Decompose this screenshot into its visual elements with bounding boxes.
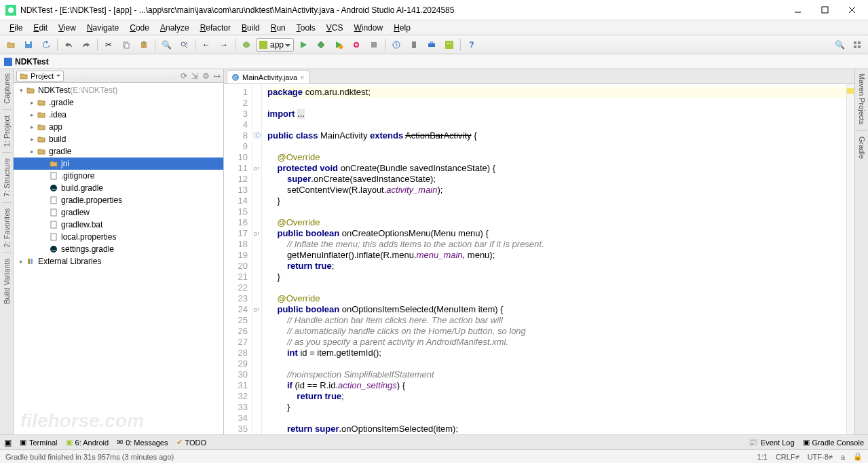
svg-point-22 <box>447 43 449 44</box>
menu-run[interactable]: Run <box>265 22 291 34</box>
help-icon[interactable]: ? <box>464 37 480 52</box>
maximize-button[interactable] <box>811 0 838 20</box>
menu-window[interactable]: Window <box>348 22 388 34</box>
tree-node-app[interactable]: ▸app <box>14 121 223 133</box>
avd-manager-icon[interactable] <box>406 37 422 52</box>
error-stripe[interactable] <box>846 84 854 434</box>
tree-node-local-properties[interactable]: local.properties <box>14 231 223 243</box>
bottom-tool-window-toggle[interactable]: ▣ <box>4 438 12 447</box>
profile-icon[interactable] <box>331 37 347 52</box>
code-editor[interactable]: 1234891011121314151617181920212223242526… <box>224 84 854 434</box>
todo-tool-button[interactable]: ✔ TODO <box>176 438 207 447</box>
menu-refactor[interactable]: Refactor <box>195 22 236 34</box>
right-tab-maven-projects[interactable]: Maven Projects <box>858 69 866 129</box>
left-tab-captures[interactable]: Captures <box>3 69 11 108</box>
left-tab-2-favorites[interactable]: 2: Favorites <box>3 204 11 251</box>
left-tab-build-variants[interactable]: Build Variants <box>3 255 11 308</box>
file-encoding[interactable]: UTF-8≠ <box>808 453 833 461</box>
back-icon[interactable]: ← <box>198 37 214 52</box>
open-file-icon[interactable] <box>3 37 19 52</box>
menu-vcs[interactable]: VCS <box>321 22 349 34</box>
svg-point-30 <box>50 185 57 191</box>
tree-node--gitignore[interactable]: .gitignore <box>14 170 223 182</box>
copy-icon[interactable] <box>118 37 134 52</box>
tree-node-settings-gradle[interactable]: settings.gradle <box>14 243 223 255</box>
file-icon <box>49 196 58 205</box>
tree-node-ndktest[interactable]: ▾NDKTest (E:\NDKTest) <box>14 84 223 96</box>
close-button[interactable] <box>838 0 865 20</box>
hide-icon[interactable]: ↦ <box>214 71 221 81</box>
menu-edit[interactable]: Edit <box>28 22 53 34</box>
svg-point-16 <box>354 43 358 47</box>
folder-icon <box>37 147 46 156</box>
terminal-tool-button[interactable]: ▣ Terminal <box>20 438 58 447</box>
menu-code[interactable]: Code <box>124 22 155 34</box>
gear-icon[interactable]: ⚙ <box>202 71 210 81</box>
find-icon[interactable]: 🔍 <box>158 37 174 52</box>
android-tool-button[interactable]: ▣ 6: Android <box>66 438 109 447</box>
debug-icon[interactable] <box>313 37 329 52</box>
menu-tools[interactable]: Tools <box>291 22 321 34</box>
paste-icon[interactable] <box>136 37 152 52</box>
messages-tool-button[interactable]: ✉ 0: Messages <box>117 438 168 447</box>
tree-node-jni[interactable]: jni <box>14 158 223 170</box>
left-tab-7-structure[interactable]: 7: Structure <box>3 154 11 201</box>
search-everywhere-icon[interactable]: 🔍 <box>831 37 848 52</box>
stop-icon[interactable] <box>366 37 382 52</box>
sdk-manager-icon[interactable] <box>423 37 440 52</box>
run-config-selector[interactable]: app <box>256 38 294 52</box>
svg-rect-20 <box>428 43 435 47</box>
close-tab-icon[interactable]: × <box>300 73 304 81</box>
scroll-to-source-icon[interactable]: ⟳ <box>181 71 187 81</box>
project-view-selector[interactable]: Project <box>16 71 64 81</box>
svg-rect-25 <box>858 41 861 44</box>
forward-icon[interactable]: → <box>216 37 232 52</box>
ddms-icon[interactable] <box>441 37 457 52</box>
svg-rect-26 <box>854 45 856 48</box>
tree-node-gradle[interactable]: ▸gradle <box>14 145 223 158</box>
menu-file[interactable]: File <box>4 22 28 34</box>
sync-icon[interactable] <box>38 37 54 52</box>
line-separator[interactable]: CRLF≠ <box>776 453 799 461</box>
event-log-tool-button[interactable]: 📰 Event Log <box>749 438 795 447</box>
collapse-all-icon[interactable]: ⇲ <box>191 71 198 81</box>
replace-icon[interactable] <box>176 37 192 52</box>
menu-build[interactable]: Build <box>236 22 265 34</box>
cut-icon[interactable]: ✂ <box>100 37 117 52</box>
tree-node-gradlew-bat[interactable]: gradlew.bat <box>14 219 223 231</box>
menu-analyze[interactable]: Analyze <box>155 22 195 34</box>
project-tree[interactable]: ▾NDKTest (E:\NDKTest)▸.gradle▸.idea▸app▸… <box>14 83 223 434</box>
tree-node-build[interactable]: ▸build <box>14 133 223 145</box>
attach-debugger-icon[interactable] <box>348 37 364 52</box>
left-tab-1-project[interactable]: 1: Project <box>3 111 11 151</box>
context-indicator[interactable]: a <box>841 453 845 461</box>
minimize-button[interactable] <box>784 0 811 20</box>
project-header: Project ⟳ ⇲ ⚙ ↦ <box>14 69 223 83</box>
tree-node-gradle-properties[interactable]: gradle.properties <box>14 194 223 206</box>
lock-icon[interactable]: 🔒 <box>853 452 863 461</box>
tree-node-gradlew[interactable]: gradlew <box>14 206 223 219</box>
breadcrumb-root[interactable]: NDKTest <box>15 57 49 67</box>
project-structure-icon[interactable] <box>849 37 865 52</box>
caret-position[interactable]: 1:1 <box>757 453 768 461</box>
main-toolbar: ✂ 🔍 ← → app ? 🔍 <box>0 35 868 54</box>
window-title: NDKTest - [E:\NDKTest] - [app] - ...\app… <box>20 5 784 15</box>
save-all-icon[interactable] <box>20 37 37 52</box>
menu-navigate[interactable]: Navigate <box>81 22 124 34</box>
undo-icon[interactable] <box>60 37 77 52</box>
tree-node-external-libraries[interactable]: ▸External Libraries <box>14 255 223 267</box>
redo-icon[interactable] <box>78 37 94 52</box>
tree-node--idea[interactable]: ▸.idea <box>14 109 223 121</box>
gradle-console-tool-button[interactable]: ▣ Gradle Console <box>803 438 864 447</box>
sync-gradle-icon[interactable] <box>388 37 404 52</box>
make-project-icon[interactable] <box>238 37 254 52</box>
run-icon[interactable] <box>295 37 312 52</box>
tree-node-build-gradle[interactable]: build.gradle <box>14 182 223 194</box>
right-tab-gradle[interactable]: Gradle <box>858 132 866 163</box>
menu-help[interactable]: Help <box>388 22 416 34</box>
title-bar: NDKTest - [E:\NDKTest] - [app] - ...\app… <box>0 0 868 20</box>
menu-view[interactable]: View <box>53 22 81 34</box>
code-content[interactable]: package com.aru.ndktest; import ... publ… <box>262 84 854 434</box>
tree-node--gradle[interactable]: ▸.gradle <box>14 96 223 109</box>
editor-tab-mainactivity[interactable]: C MainActivity.java × <box>227 70 309 84</box>
